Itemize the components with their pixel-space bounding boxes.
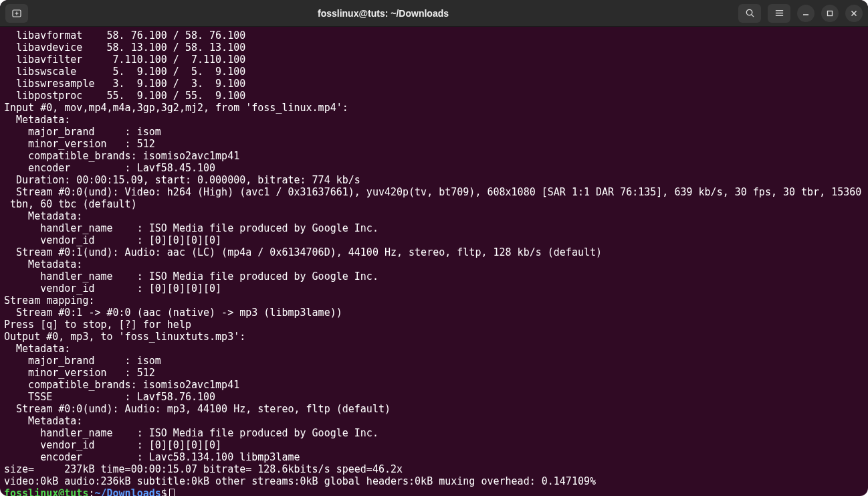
prompt-dollar: $ (161, 487, 167, 496)
close-button[interactable] (845, 5, 863, 22)
terminal-output: libavformat 58. 76.100 / 58. 76.100 liba… (4, 29, 864, 487)
prompt-colon: : (88, 487, 94, 496)
window-title: fosslinux@tuts: ~/Downloads (28, 8, 738, 19)
prompt-path: ~/Downloads (94, 487, 160, 496)
close-icon (851, 10, 857, 17)
new-tab-icon (11, 8, 22, 19)
cursor-icon (169, 489, 175, 497)
maximize-button[interactable] (821, 5, 839, 22)
search-button[interactable] (738, 4, 761, 23)
search-icon (745, 8, 755, 18)
maximize-icon (827, 10, 833, 17)
menu-button[interactable] (768, 4, 790, 23)
titlebar[interactable]: fosslinux@tuts: ~/Downloads (0, 0, 868, 27)
terminal-body[interactable]: libavformat 58. 76.100 / 58. 76.100 liba… (0, 27, 868, 496)
svg-line-4 (751, 15, 753, 17)
hamburger-icon (774, 8, 784, 18)
terminal-window: fosslinux@tuts: ~/Downloads libavformat … (0, 0, 868, 496)
minimize-icon (802, 10, 809, 17)
svg-point-3 (746, 9, 752, 15)
svg-rect-9 (828, 11, 833, 15)
prompt-line[interactable]: fosslinux@tuts:~/Downloads$ (4, 487, 864, 496)
minimize-button[interactable] (797, 5, 815, 22)
new-tab-button[interactable] (5, 4, 28, 23)
prompt-userhost: fosslinux@tuts (4, 487, 88, 496)
